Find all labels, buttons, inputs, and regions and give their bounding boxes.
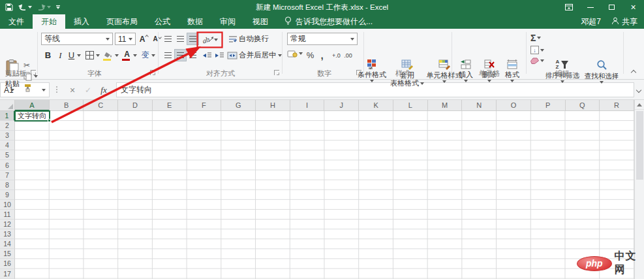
share-button[interactable]: 共享	[611, 16, 637, 27]
increase-indent-button[interactable]	[213, 49, 226, 61]
row-header-17[interactable]: 17	[0, 269, 15, 279]
minimize-button[interactable]	[579, 0, 601, 14]
alignment-dialog-launcher[interactable]	[274, 70, 279, 75]
tab-page-layout[interactable]: 页面布局	[98, 14, 146, 29]
row-header-13[interactable]: 13	[0, 229, 15, 239]
row-header-11[interactable]: 11	[0, 210, 15, 220]
column-header-K[interactable]: K	[359, 100, 393, 111]
column-header-N[interactable]: N	[462, 100, 497, 111]
tab-home[interactable]: 开始	[33, 14, 65, 29]
row-header-14[interactable]: 14	[0, 239, 15, 249]
active-cell-a1[interactable]: 文字转向	[14, 110, 50, 122]
align-right-button[interactable]	[187, 49, 199, 61]
row-header-7[interactable]: 7	[0, 171, 15, 180]
orientation-dropdown-icon[interactable]	[214, 39, 218, 41]
underline-button[interactable]: U	[65, 49, 78, 61]
fill-color-button[interactable]	[102, 49, 114, 61]
paste-dropdown-icon[interactable]	[10, 89, 14, 91]
phonetic-dropdown-icon[interactable]	[151, 54, 155, 57]
name-box-dropdown-icon[interactable]	[42, 89, 46, 91]
accounting-dropdown-icon[interactable]	[299, 52, 303, 55]
column-header-B[interactable]: B	[50, 100, 84, 111]
column-header-G[interactable]: G	[221, 100, 256, 111]
number-format-combo[interactable]: 常规	[287, 33, 358, 45]
row-header-15[interactable]: 15	[0, 249, 15, 259]
font-name-combo[interactable]: 等线	[41, 33, 113, 45]
row-header-12[interactable]: 12	[0, 220, 15, 229]
tell-me-search[interactable]: 告诉我您想要做什么...	[277, 14, 380, 29]
column-header-J[interactable]: J	[324, 100, 359, 111]
insert-function-button[interactable]: fx	[97, 82, 111, 97]
column-header-Q[interactable]: Q	[566, 100, 600, 111]
user-name[interactable]: 邓超7	[581, 16, 601, 27]
font-size-combo[interactable]: 11	[115, 33, 136, 45]
tab-view[interactable]: 视图	[244, 14, 277, 29]
scroll-up-button[interactable]	[635, 100, 644, 110]
row-header-2[interactable]: 2	[0, 121, 15, 131]
tab-review[interactable]: 审阅	[211, 14, 244, 29]
column-header-O[interactable]: O	[497, 100, 531, 111]
font-name-dropdown-icon[interactable]	[106, 38, 110, 41]
comma-style-button[interactable]: ,	[316, 49, 328, 61]
merge-center-button[interactable]: 合并后居中	[227, 50, 282, 60]
row-header-5[interactable]: 5	[0, 150, 15, 160]
fill-dropdown-icon[interactable]	[540, 49, 544, 52]
enter-button[interactable]: ✓	[81, 82, 95, 97]
font-dialog-launcher[interactable]	[150, 70, 155, 75]
row-header-6[interactable]: 6	[0, 160, 15, 170]
maximize-button[interactable]	[601, 0, 622, 14]
align-left-button[interactable]	[162, 49, 174, 61]
column-header-A[interactable]: A	[15, 100, 50, 111]
find-select-button[interactable]: 查找和选择	[583, 59, 621, 84]
wrap-text-button[interactable]: 自动换行	[228, 34, 269, 44]
percent-style-button[interactable]: %	[304, 49, 316, 61]
column-header-R[interactable]: R	[600, 100, 634, 111]
font-color-button[interactable]: A	[121, 49, 133, 61]
tab-data[interactable]: 数据	[179, 14, 211, 29]
row-header-9[interactable]: 9	[0, 190, 15, 200]
conditional-formatting-button[interactable]: 条件格式	[354, 59, 390, 82]
clear-button[interactable]	[530, 57, 544, 64]
collapse-ribbon-button[interactable]	[631, 70, 636, 75]
decrease-decimal-button[interactable]: .00	[342, 49, 354, 61]
middle-align-button[interactable]	[174, 33, 187, 45]
select-all-corner[interactable]	[0, 100, 15, 111]
column-header-F[interactable]: F	[187, 100, 222, 111]
top-align-button[interactable]	[162, 33, 174, 45]
ribbon-display-options-button[interactable]	[558, 0, 579, 14]
row-header-3[interactable]: 3	[0, 131, 15, 140]
row-header-16[interactable]: 16	[0, 259, 15, 269]
column-header-I[interactable]: I	[290, 100, 325, 111]
fill-handle[interactable]	[48, 119, 51, 122]
increase-decimal-button[interactable]: +.0	[330, 49, 343, 61]
borders-button[interactable]	[84, 49, 96, 61]
close-button[interactable]: ×	[622, 0, 644, 14]
autosum-dropdown-icon[interactable]	[537, 37, 541, 39]
number-format-dropdown-icon[interactable]	[350, 38, 354, 41]
expand-formula-bar-icon[interactable]	[636, 88, 641, 93]
column-header-H[interactable]: H	[256, 100, 290, 111]
borders-dropdown-icon[interactable]	[96, 54, 100, 57]
column-header-M[interactable]: M	[428, 100, 463, 111]
column-header-P[interactable]: P	[531, 100, 566, 111]
cancel-button[interactable]: ×	[65, 82, 80, 97]
format-painter-button[interactable]	[23, 84, 32, 92]
grow-font-button[interactable]: A	[138, 33, 150, 45]
bold-button[interactable]: B	[42, 49, 54, 61]
center-button[interactable]	[174, 49, 187, 61]
phonetic-guide-button[interactable]: 变	[139, 49, 151, 61]
column-header-L[interactable]: L	[393, 100, 428, 111]
font-size-dropdown-icon[interactable]	[129, 38, 132, 41]
orientation-button[interactable]: ab	[200, 33, 220, 46]
fill-color-dropdown-icon[interactable]	[115, 54, 119, 57]
tab-formulas[interactable]: 公式	[146, 14, 179, 29]
tab-file[interactable]: 文件	[0, 14, 33, 29]
copy-dropdown-icon[interactable]	[34, 75, 38, 78]
decrease-indent-button[interactable]	[201, 49, 213, 61]
column-header-C[interactable]: C	[84, 100, 118, 111]
formula-input[interactable]: 文字转向	[116, 82, 634, 97]
accounting-format-button[interactable]	[287, 50, 303, 57]
row-header-1[interactable]: 1	[0, 111, 15, 121]
bottom-align-button[interactable]	[187, 33, 199, 45]
scrollbar-thumb[interactable]	[636, 111, 643, 180]
